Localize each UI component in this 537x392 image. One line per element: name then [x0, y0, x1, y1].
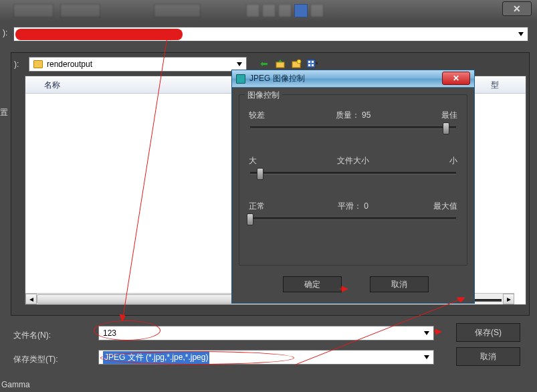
jpeg-options-dialog: JPEG 图像控制 图像控制 较差 质量： 95 最佳 大 文件大小 [231, 70, 475, 304]
svg-rect-6 [308, 64, 310, 66]
scroll-left-button[interactable]: ◂ [25, 294, 37, 304]
up-icon[interactable] [275, 58, 286, 69]
quality-label: 质量： [336, 110, 360, 120]
filename-label: 文件名(N): [13, 330, 51, 341]
chevron-down-icon [518, 32, 524, 36]
annotation-ellipse [100, 351, 294, 365]
filesize-slider[interactable] [250, 172, 456, 175]
annotation-ellipse [94, 320, 160, 340]
chevron-down-icon [424, 331, 429, 335]
dialog-cancel-button[interactable]: 取消 [370, 276, 429, 292]
gamma-label: Gamma [0, 380, 80, 392]
chevron-down-icon [237, 62, 242, 66]
dialog-ok-button[interactable]: 确定 [283, 276, 342, 292]
column-header-type[interactable]: 型 [491, 80, 499, 91]
svg-line-10 [433, 331, 441, 332]
redacted-path [15, 29, 183, 40]
new-folder-icon[interactable] [291, 58, 302, 69]
path-combobox[interactable] [13, 27, 528, 41]
smooth-low-label: 正常 [249, 201, 265, 212]
cancel-button[interactable]: 取消 [456, 347, 520, 366]
left-truncated-label: 置 [0, 107, 8, 118]
scroll-right-button[interactable]: ▸ [503, 294, 514, 304]
filetype-label: 保存类型(T): [13, 354, 58, 365]
image-control-group: 图像控制 较差 质量： 95 最佳 大 文件大小 小 [239, 94, 467, 266]
dialog-titlebar[interactable]: JPEG 图像控制 [232, 70, 474, 88]
dialog-title: JPEG 图像控制 [249, 73, 305, 84]
toolbar-icons: ⬅ [259, 58, 318, 69]
slider-knob[interactable] [247, 213, 253, 225]
svg-rect-7 [312, 64, 314, 66]
view-icon[interactable] [307, 58, 318, 69]
path-label: ): [3, 28, 7, 37]
back-icon[interactable]: ⬅ [259, 58, 270, 69]
app-top-bar [0, 0, 537, 21]
folder-icon [33, 60, 43, 68]
quality-slider[interactable] [250, 126, 456, 129]
smooth-high-label: 最大值 [433, 201, 457, 212]
svg-rect-4 [308, 61, 310, 63]
smooth-label: 平滑： [338, 201, 362, 211]
dialog-icon [236, 74, 245, 84]
smooth-value: 0 [364, 201, 368, 211]
group-legend: 图像控制 [245, 90, 282, 101]
column-header-name[interactable]: 名称 [44, 80, 60, 91]
quality-high-label: 最佳 [441, 110, 457, 121]
size-low-label: 大 [249, 155, 257, 167]
quality-low-label: 较差 [249, 110, 265, 121]
svg-rect-0 [276, 62, 284, 68]
svg-rect-3 [307, 60, 315, 68]
slider-knob[interactable] [257, 168, 263, 180]
save-button[interactable]: 保存(S) [456, 323, 520, 342]
location-combobox[interactable]: renderoutput [29, 57, 247, 72]
size-label: 文件大小 [337, 155, 369, 167]
scroll-thumb[interactable] [37, 294, 237, 304]
size-high-label: 小 [449, 155, 457, 167]
dialog-close-button[interactable] [442, 72, 470, 85]
location-value: renderoutput [47, 60, 92, 69]
chevron-down-icon [424, 355, 429, 359]
svg-point-2 [297, 60, 301, 64]
window-close-button[interactable] [502, 1, 532, 16]
location-label: ): [14, 60, 19, 69]
smooth-slider[interactable] [250, 217, 456, 220]
slider-knob[interactable] [443, 122, 449, 134]
svg-rect-5 [312, 61, 314, 63]
quality-value: 95 [362, 110, 370, 120]
